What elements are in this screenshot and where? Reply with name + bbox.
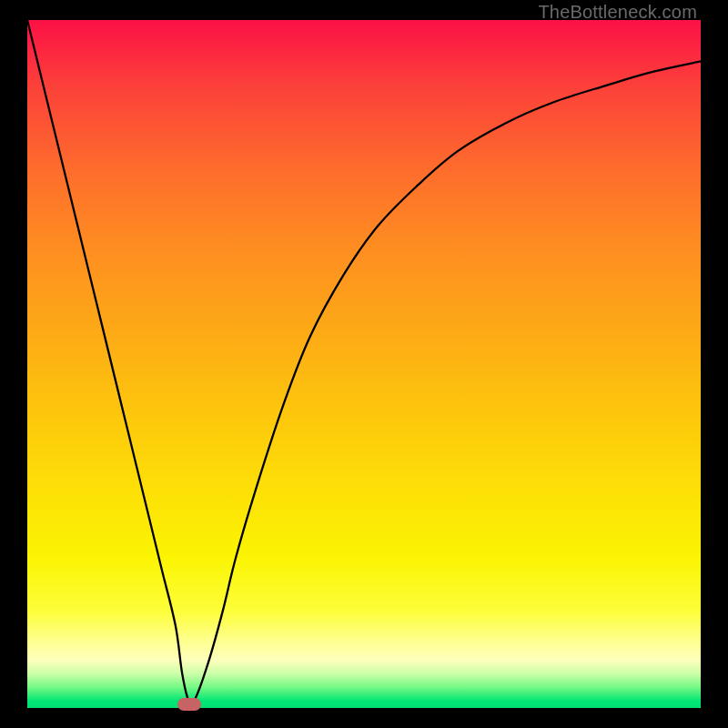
bottleneck-curve bbox=[27, 20, 701, 708]
curve-path bbox=[27, 20, 701, 704]
plot-area bbox=[27, 20, 701, 708]
watermark-text: TheBottleneck.com bbox=[538, 2, 697, 23]
optimal-point-marker bbox=[177, 698, 201, 711]
chart-frame bbox=[0, 0, 728, 728]
